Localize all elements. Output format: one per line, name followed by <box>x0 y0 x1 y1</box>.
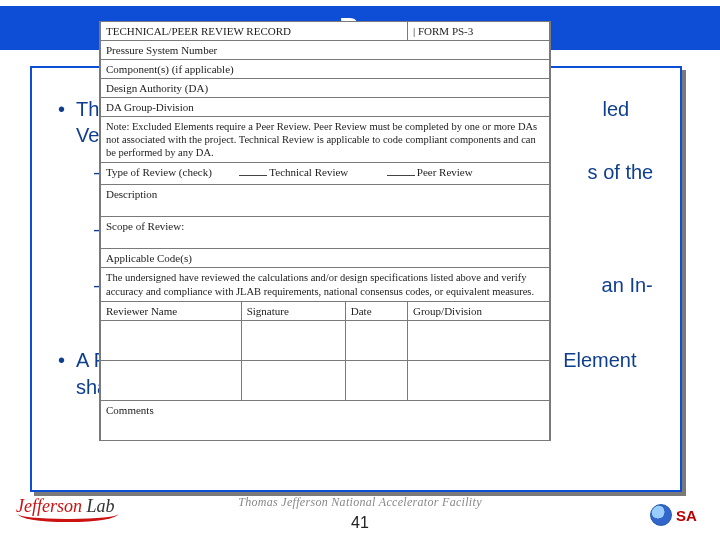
text: s of the <box>588 161 654 183</box>
check-peer-line[interactable] <box>387 175 415 176</box>
form-table: TECHNICAL/PEER REVIEW RECORD | FORM PS-3… <box>100 21 550 441</box>
swoosh-icon <box>18 514 118 522</box>
sig-cell-gd-2[interactable] <box>408 360 550 400</box>
globe-icon <box>650 504 672 526</box>
col-reviewer-name: Reviewer Name <box>101 301 242 320</box>
col-signature: Signature <box>241 301 345 320</box>
form-ps3-overlay: TECHNICAL/PEER REVIEW RECORD | FORM PS-3… <box>99 21 551 441</box>
row-codes: Applicable Code(s) <box>101 249 550 268</box>
text: an In- <box>602 274 653 296</box>
row-note: Note: Excluded Elements require a Peer R… <box>101 117 550 163</box>
text: led <box>602 98 629 120</box>
sig-cell-gd-1[interactable] <box>408 320 550 360</box>
row-psn: Pressure System Number <box>101 41 550 60</box>
row-group: DA Group-Division <box>101 98 550 117</box>
row-review-type: Type of Review (check) Technical Review … <box>101 163 550 185</box>
sig-cell-date-1[interactable] <box>345 320 407 360</box>
text: Element <box>563 349 636 371</box>
row-comments: Comments <box>101 400 550 440</box>
jsa-logo: SA <box>650 500 704 530</box>
form-title: TECHNICAL/PEER REVIEW RECORD <box>101 22 408 41</box>
row-components: Component(s) (if applicable) <box>101 60 550 79</box>
sig-cell-name-2[interactable] <box>101 360 242 400</box>
col-group-division: Group/Division <box>408 301 550 320</box>
row-da: Design Authority (DA) <box>101 79 550 98</box>
check-tech-line[interactable] <box>239 175 267 176</box>
sig-cell-sig-2[interactable] <box>241 360 345 400</box>
row-attestation: The undersigned have reviewed the calcul… <box>101 268 550 301</box>
row-scope: Scope of Review: <box>101 217 550 249</box>
sig-cell-date-2[interactable] <box>345 360 407 400</box>
sig-cell-name-1[interactable] <box>101 320 242 360</box>
col-date: Date <box>345 301 407 320</box>
jefferson-lab-logo: Jefferson Lab <box>16 496 126 526</box>
row-description: Description <box>101 185 550 217</box>
form-id: | FORM PS-3 <box>408 22 550 41</box>
sig-cell-sig-1[interactable] <box>241 320 345 360</box>
sa-text: SA <box>676 507 697 524</box>
